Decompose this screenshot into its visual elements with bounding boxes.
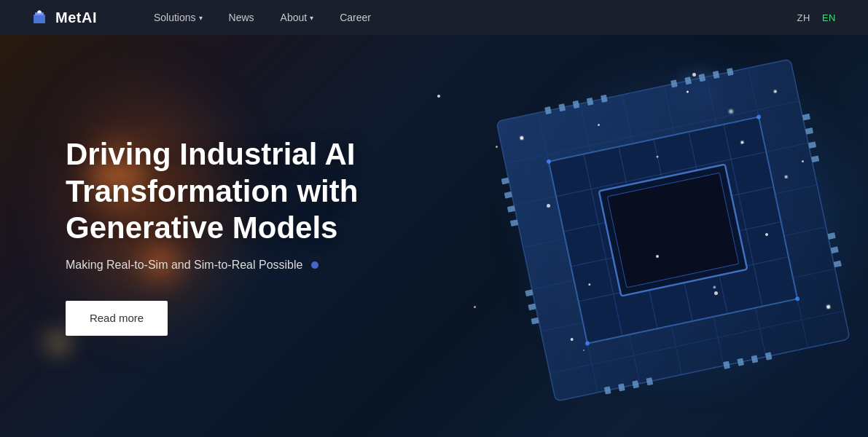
navbar: MetAI Solutions ▾ News About ▾ Career ZH… bbox=[0, 0, 868, 35]
lang-zh[interactable]: ZH bbox=[794, 11, 813, 25]
nav-news[interactable]: News bbox=[216, 0, 267, 35]
hero-title: Driving Industrial AI Transformation wit… bbox=[66, 136, 503, 246]
language-switcher: ZH EN bbox=[794, 11, 839, 25]
hero-section: Driving Industrial AI Transformation wit… bbox=[0, 0, 868, 437]
nav-about[interactable]: About ▾ bbox=[267, 0, 327, 35]
solutions-chevron-icon: ▾ bbox=[199, 14, 203, 22]
nav-career[interactable]: Career bbox=[327, 0, 384, 35]
svg-point-3 bbox=[38, 10, 41, 13]
subtitle-dot bbox=[311, 261, 318, 269]
svg-rect-0 bbox=[34, 15, 45, 23]
metai-logo-icon bbox=[29, 7, 50, 28]
logo[interactable]: MetAI bbox=[29, 7, 97, 28]
hero-subtitle: Making Real-to-Sim and Sim-to-Real Possi… bbox=[66, 259, 868, 272]
hero-content: Driving Industrial AI Transformation wit… bbox=[0, 35, 868, 437]
brand-name: MetAI bbox=[55, 9, 97, 26]
nav-links: Solutions ▾ News About ▾ Career bbox=[141, 0, 794, 35]
about-chevron-icon: ▾ bbox=[310, 14, 313, 22]
read-more-button[interactable]: Read more bbox=[66, 301, 168, 336]
nav-solutions[interactable]: Solutions ▾ bbox=[141, 0, 216, 35]
lang-en[interactable]: EN bbox=[819, 11, 839, 25]
